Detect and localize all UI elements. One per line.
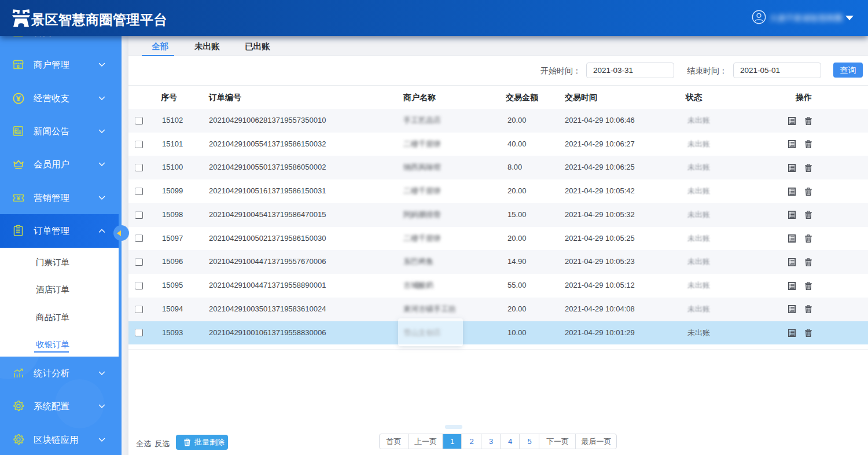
svg-text:NEWS: NEWS [15, 128, 21, 130]
